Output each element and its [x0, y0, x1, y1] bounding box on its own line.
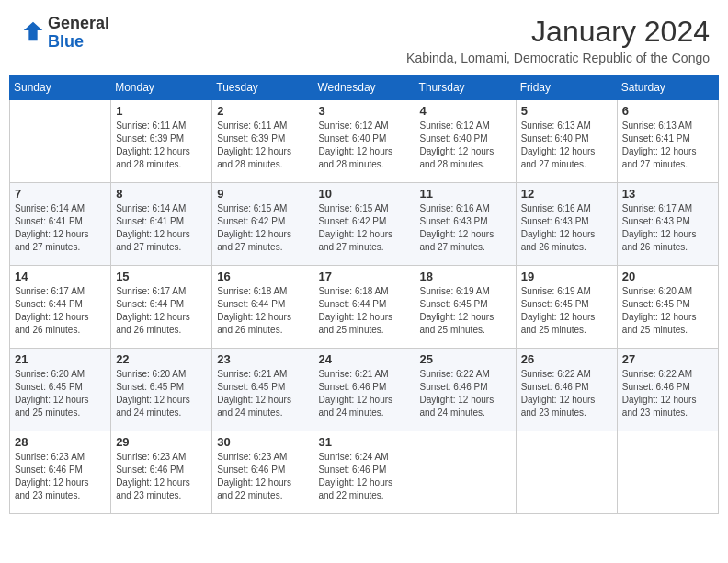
day-info: Sunrise: 6:22 AMSunset: 6:46 PMDaylight:… [521, 368, 612, 419]
weekday-header-friday: Friday [516, 75, 617, 100]
calendar-cell: 17Sunrise: 6:18 AMSunset: 6:44 PMDayligh… [313, 266, 415, 349]
day-number: 8 [116, 187, 207, 201]
weekday-header-row: SundayMondayTuesdayWednesdayThursdayFrid… [10, 75, 719, 100]
day-number: 16 [217, 270, 308, 283]
day-info: Sunrise: 6:23 AMSunset: 6:46 PMDaylight:… [217, 451, 308, 502]
day-number: 26 [521, 352, 612, 366]
weekday-header-wednesday: Wednesday [313, 75, 415, 100]
title-section: January 2024 Kabinda, Lomami, Democratic… [406, 15, 710, 65]
logo-general-text: General [48, 14, 109, 32]
day-number: 21 [15, 352, 106, 366]
location-title: Kabinda, Lomami, Democratic Republic of … [406, 51, 710, 65]
day-number: 15 [116, 270, 207, 283]
calendar-cell: 27Sunrise: 6:22 AMSunset: 6:46 PMDayligh… [617, 349, 718, 431]
day-info: Sunrise: 6:16 AMSunset: 6:43 PMDaylight:… [521, 202, 612, 254]
page-header: General Blue January 2024 Kabinda, Lomam… [9, 9, 719, 71]
calendar-cell [10, 100, 111, 183]
calendar-cell: 2Sunrise: 6:11 AMSunset: 6:39 PMDaylight… [212, 100, 313, 183]
day-info: Sunrise: 6:22 AMSunset: 6:46 PMDaylight:… [420, 368, 511, 419]
day-number: 14 [15, 270, 106, 283]
day-info: Sunrise: 6:13 AMSunset: 6:40 PMDaylight:… [521, 120, 612, 171]
day-info: Sunrise: 6:20 AMSunset: 6:45 PMDaylight:… [116, 368, 207, 419]
calendar-cell: 22Sunrise: 6:20 AMSunset: 6:45 PMDayligh… [111, 349, 212, 431]
month-title: January 2024 [406, 15, 710, 49]
day-number: 28 [15, 435, 106, 449]
calendar-cell [415, 431, 516, 514]
day-info: Sunrise: 6:20 AMSunset: 6:45 PMDaylight:… [622, 285, 713, 337]
day-info: Sunrise: 6:11 AMSunset: 6:39 PMDaylight:… [217, 120, 308, 171]
calendar-week-3: 14Sunrise: 6:17 AMSunset: 6:44 PMDayligh… [10, 266, 719, 349]
calendar-week-5: 28Sunrise: 6:23 AMSunset: 6:46 PMDayligh… [10, 431, 719, 514]
calendar-cell: 26Sunrise: 6:22 AMSunset: 6:46 PMDayligh… [516, 349, 617, 431]
calendar-cell: 28Sunrise: 6:23 AMSunset: 6:46 PMDayligh… [10, 431, 111, 514]
day-number: 27 [622, 352, 713, 366]
calendar-cell: 20Sunrise: 6:20 AMSunset: 6:45 PMDayligh… [617, 266, 718, 349]
weekday-header-thursday: Thursday [415, 75, 516, 100]
logo-blue-text: Blue [48, 32, 84, 51]
calendar-cell: 3Sunrise: 6:12 AMSunset: 6:40 PMDaylight… [313, 100, 415, 183]
calendar-cell: 10Sunrise: 6:15 AMSunset: 6:42 PMDayligh… [313, 183, 415, 266]
day-info: Sunrise: 6:20 AMSunset: 6:45 PMDaylight:… [15, 368, 106, 419]
weekday-header-saturday: Saturday [617, 75, 718, 100]
day-info: Sunrise: 6:18 AMSunset: 6:44 PMDaylight:… [318, 285, 409, 337]
calendar-week-1: 1Sunrise: 6:11 AMSunset: 6:39 PMDaylight… [10, 100, 719, 183]
calendar-cell: 9Sunrise: 6:15 AMSunset: 6:42 PMDaylight… [212, 183, 313, 266]
day-info: Sunrise: 6:15 AMSunset: 6:42 PMDaylight:… [318, 202, 409, 254]
day-info: Sunrise: 6:19 AMSunset: 6:45 PMDaylight:… [420, 285, 511, 337]
day-info: Sunrise: 6:16 AMSunset: 6:43 PMDaylight:… [420, 202, 511, 254]
day-info: Sunrise: 6:23 AMSunset: 6:46 PMDaylight:… [116, 451, 207, 502]
day-info: Sunrise: 6:23 AMSunset: 6:46 PMDaylight:… [15, 451, 106, 502]
day-number: 12 [521, 187, 612, 201]
day-info: Sunrise: 6:19 AMSunset: 6:45 PMDaylight:… [521, 285, 612, 337]
day-number: 1 [116, 104, 207, 118]
day-number: 13 [622, 187, 713, 201]
calendar-cell: 6Sunrise: 6:13 AMSunset: 6:41 PMDaylight… [617, 100, 718, 183]
day-number: 22 [116, 352, 207, 366]
day-number: 18 [420, 270, 511, 283]
day-number: 31 [318, 435, 409, 449]
day-info: Sunrise: 6:21 AMSunset: 6:46 PMDaylight:… [318, 368, 409, 419]
day-number: 19 [521, 270, 612, 283]
day-info: Sunrise: 6:12 AMSunset: 6:40 PMDaylight:… [318, 120, 409, 171]
calendar-cell: 31Sunrise: 6:24 AMSunset: 6:46 PMDayligh… [313, 431, 415, 514]
calendar-cell: 25Sunrise: 6:22 AMSunset: 6:46 PMDayligh… [415, 349, 516, 431]
day-info: Sunrise: 6:17 AMSunset: 6:44 PMDaylight:… [116, 285, 207, 337]
calendar-cell: 5Sunrise: 6:13 AMSunset: 6:40 PMDaylight… [516, 100, 617, 183]
day-number: 23 [217, 352, 308, 366]
day-number: 3 [318, 104, 409, 118]
day-info: Sunrise: 6:14 AMSunset: 6:41 PMDaylight:… [15, 202, 106, 254]
day-info: Sunrise: 6:12 AMSunset: 6:40 PMDaylight:… [420, 120, 511, 171]
weekday-header-sunday: Sunday [10, 75, 111, 100]
day-number: 10 [318, 187, 409, 201]
calendar-cell: 7Sunrise: 6:14 AMSunset: 6:41 PMDaylight… [10, 183, 111, 266]
calendar-cell: 19Sunrise: 6:19 AMSunset: 6:45 PMDayligh… [516, 266, 617, 349]
day-number: 29 [116, 435, 207, 449]
calendar-cell: 4Sunrise: 6:12 AMSunset: 6:40 PMDaylight… [415, 100, 516, 183]
day-number: 4 [420, 104, 511, 118]
day-info: Sunrise: 6:18 AMSunset: 6:44 PMDaylight:… [217, 285, 308, 337]
calendar-week-4: 21Sunrise: 6:20 AMSunset: 6:45 PMDayligh… [10, 349, 719, 431]
day-number: 25 [420, 352, 511, 366]
day-number: 20 [622, 270, 713, 283]
calendar-week-2: 7Sunrise: 6:14 AMSunset: 6:41 PMDaylight… [10, 183, 719, 266]
day-number: 2 [217, 104, 308, 118]
calendar-cell: 24Sunrise: 6:21 AMSunset: 6:46 PMDayligh… [313, 349, 415, 431]
calendar-cell: 16Sunrise: 6:18 AMSunset: 6:44 PMDayligh… [212, 266, 313, 349]
day-info: Sunrise: 6:24 AMSunset: 6:46 PMDaylight:… [318, 451, 409, 502]
day-number: 30 [217, 435, 308, 449]
calendar-cell [516, 431, 617, 514]
weekday-header-tuesday: Tuesday [212, 75, 313, 100]
day-info: Sunrise: 6:15 AMSunset: 6:42 PMDaylight:… [217, 202, 308, 254]
day-number: 9 [217, 187, 308, 201]
logo-icon [20, 18, 46, 44]
day-info: Sunrise: 6:14 AMSunset: 6:41 PMDaylight:… [116, 202, 207, 254]
day-number: 7 [15, 187, 106, 201]
calendar-cell: 11Sunrise: 6:16 AMSunset: 6:43 PMDayligh… [415, 183, 516, 266]
calendar-cell: 8Sunrise: 6:14 AMSunset: 6:41 PMDaylight… [111, 183, 212, 266]
calendar-cell: 29Sunrise: 6:23 AMSunset: 6:46 PMDayligh… [111, 431, 212, 514]
calendar-cell: 1Sunrise: 6:11 AMSunset: 6:39 PMDaylight… [111, 100, 212, 183]
calendar-table: SundayMondayTuesdayWednesdayThursdayFrid… [9, 75, 719, 514]
calendar-cell: 15Sunrise: 6:17 AMSunset: 6:44 PMDayligh… [111, 266, 212, 349]
day-number: 24 [318, 352, 409, 366]
day-info: Sunrise: 6:13 AMSunset: 6:41 PMDaylight:… [622, 120, 713, 171]
